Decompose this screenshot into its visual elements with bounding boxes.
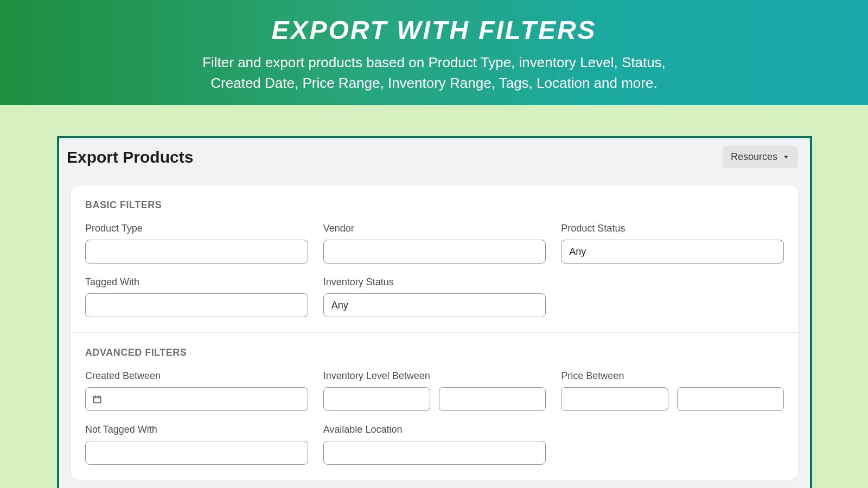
inventory-level-between-field: Inventory Level Between (323, 370, 546, 411)
tagged-with-label: Tagged With (85, 277, 308, 288)
vendor-input[interactable] (323, 240, 546, 264)
hero-subtitle: Filter and export products based on Prod… (202, 53, 666, 93)
not-tagged-with-field: Not Tagged With (85, 424, 308, 465)
product-type-label: Product Type (85, 223, 308, 234)
inventory-status-select[interactable]: Any (323, 293, 546, 317)
inventory-status-field: Inventory Status Any (323, 277, 546, 317)
basic-filters-title: BASIC FILTERS (85, 200, 784, 211)
app-frame: Export Products Resources BASIC FILTERS … (57, 136, 812, 488)
chevron-down-icon (782, 153, 790, 162)
created-between-field: Created Between (85, 370, 308, 411)
vendor-field: Vendor (323, 223, 546, 264)
price-between-field: Price Between (561, 370, 784, 411)
inventory-level-between-label: Inventory Level Between (323, 370, 546, 382)
inventory-status-value: Any (331, 300, 348, 311)
inventory-level-from-input[interactable] (323, 387, 430, 411)
hero-banner: EXPORT WITH FILTERS Filter and export pr… (0, 0, 868, 105)
product-status-select[interactable]: Any (561, 240, 784, 264)
product-type-field: Product Type (85, 223, 308, 264)
price-to-input[interactable] (677, 387, 784, 411)
product-type-input[interactable] (85, 240, 308, 264)
price-from-input[interactable] (561, 387, 668, 411)
inventory-level-to-input[interactable] (439, 387, 546, 411)
created-between-input[interactable] (85, 387, 308, 411)
page-header: Export Products Resources (59, 138, 810, 168)
not-tagged-with-input[interactable] (85, 441, 308, 465)
vendor-label: Vendor (323, 223, 546, 234)
product-status-field: Product Status Any (561, 223, 784, 264)
product-status-value: Any (569, 246, 586, 258)
available-location-field: Available Location (323, 424, 546, 465)
inventory-status-label: Inventory Status (323, 277, 546, 288)
resources-dropdown[interactable]: Resources (723, 146, 798, 168)
advanced-filters-title: ADVANCED FILTERS (85, 347, 784, 358)
created-between-label: Created Between (85, 370, 308, 382)
hero-title: EXPORT WITH FILTERS (271, 15, 596, 45)
price-between-label: Price Between (561, 370, 784, 382)
product-status-label: Product Status (561, 223, 784, 234)
resources-label: Resources (731, 151, 777, 163)
tagged-with-field: Tagged With (85, 277, 308, 317)
basic-filters-section: BASIC FILTERS Product Type Vendor Produc… (71, 185, 798, 332)
not-tagged-with-label: Not Tagged With (85, 424, 308, 435)
svg-rect-0 (93, 396, 101, 403)
advanced-filters-section: ADVANCED FILTERS Created Between Invento… (71, 332, 798, 480)
available-location-label: Available Location (323, 424, 546, 435)
filters-card: BASIC FILTERS Product Type Vendor Produc… (71, 185, 798, 480)
page-title: Export Products (67, 148, 193, 166)
hero-subtitle-line1: Filter and export products based on Prod… (202, 54, 666, 70)
hero-subtitle-line2: Created Date, Price Range, Inventory Ran… (210, 75, 657, 91)
available-location-input[interactable] (323, 441, 546, 465)
tagged-with-input[interactable] (85, 293, 308, 317)
calendar-icon (92, 394, 102, 404)
